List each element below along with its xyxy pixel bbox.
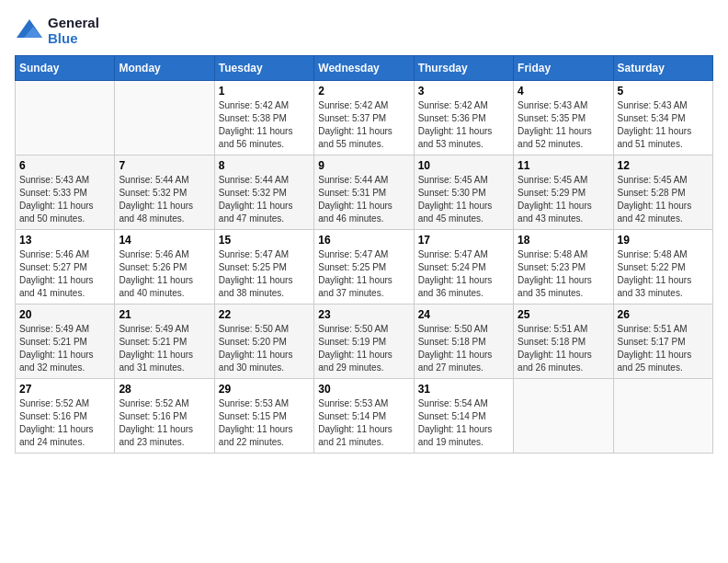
calendar-cell: 31 Sunrise: 5:54 AM Sunset: 5:14 PM Dayl…	[414, 379, 513, 454]
calendar-cell: 7 Sunrise: 5:44 AM Sunset: 5:32 PM Dayli…	[115, 155, 214, 230]
sunrise-text: Sunrise: 5:50 AM	[219, 323, 310, 336]
day-number: 21	[119, 308, 210, 321]
daylight-text: Daylight: 11 hours and 53 minutes.	[418, 125, 509, 151]
daylight-text: Daylight: 11 hours and 29 minutes.	[318, 349, 409, 374]
calendar-cell: 19 Sunrise: 5:48 AM Sunset: 5:22 PM Dayl…	[613, 230, 712, 304]
calendar-cell: 30 Sunrise: 5:53 AM Sunset: 5:14 PM Dayl…	[314, 379, 414, 454]
page-header: General Blue	[15, 15, 713, 46]
day-number: 3	[418, 85, 509, 98]
day-number: 11	[518, 159, 609, 172]
sunrise-text: Sunrise: 5:49 AM	[19, 323, 110, 336]
calendar-cell: 11 Sunrise: 5:45 AM Sunset: 5:29 PM Dayl…	[514, 155, 613, 230]
daylight-text: Daylight: 11 hours and 46 minutes.	[318, 200, 409, 225]
sunset-text: Sunset: 5:21 PM	[19, 336, 110, 349]
day-info: Sunrise: 5:49 AM Sunset: 5:21 PM Dayligh…	[119, 323, 210, 374]
calendar-cell: 10 Sunrise: 5:45 AM Sunset: 5:30 PM Dayl…	[414, 155, 513, 230]
daylight-text: Daylight: 11 hours and 42 minutes.	[618, 200, 709, 225]
sunset-text: Sunset: 5:27 PM	[19, 261, 110, 274]
weekday-header-row: SundayMondayTuesdayWednesdayThursdayFrid…	[16, 56, 713, 81]
day-info: Sunrise: 5:51 AM Sunset: 5:18 PM Dayligh…	[518, 323, 609, 374]
calendar-cell: 4 Sunrise: 5:43 AM Sunset: 5:35 PM Dayli…	[514, 81, 613, 155]
sunrise-text: Sunrise: 5:47 AM	[318, 248, 409, 261]
calendar-cell: 9 Sunrise: 5:44 AM Sunset: 5:31 PM Dayli…	[314, 155, 414, 230]
calendar-cell: 2 Sunrise: 5:42 AM Sunset: 5:37 PM Dayli…	[314, 81, 414, 155]
day-info: Sunrise: 5:50 AM Sunset: 5:18 PM Dayligh…	[418, 323, 509, 374]
day-info: Sunrise: 5:50 AM Sunset: 5:19 PM Dayligh…	[318, 323, 409, 374]
daylight-text: Daylight: 11 hours and 30 minutes.	[219, 349, 310, 374]
sunset-text: Sunset: 5:32 PM	[119, 187, 210, 200]
day-info: Sunrise: 5:44 AM Sunset: 5:32 PM Dayligh…	[119, 174, 210, 225]
sunset-text: Sunset: 5:14 PM	[418, 410, 509, 423]
daylight-text: Daylight: 11 hours and 35 minutes.	[518, 274, 609, 300]
sunrise-text: Sunrise: 5:46 AM	[119, 248, 210, 261]
sunset-text: Sunset: 5:15 PM	[219, 410, 310, 423]
calendar-cell: 13 Sunrise: 5:46 AM Sunset: 5:27 PM Dayl…	[16, 230, 115, 304]
sunset-text: Sunset: 5:37 PM	[318, 112, 409, 125]
daylight-text: Daylight: 11 hours and 41 minutes.	[19, 274, 110, 300]
calendar-cell: 16 Sunrise: 5:47 AM Sunset: 5:25 PM Dayl…	[314, 230, 414, 304]
day-info: Sunrise: 5:52 AM Sunset: 5:16 PM Dayligh…	[119, 397, 210, 449]
sunset-text: Sunset: 5:30 PM	[418, 187, 509, 200]
sunrise-text: Sunrise: 5:45 AM	[418, 174, 509, 187]
sunrise-text: Sunrise: 5:48 AM	[518, 248, 609, 261]
sunrise-text: Sunrise: 5:53 AM	[318, 397, 409, 410]
weekday-header-monday: Monday	[115, 56, 214, 81]
daylight-text: Daylight: 11 hours and 38 minutes.	[219, 274, 310, 300]
sunset-text: Sunset: 5:38 PM	[219, 112, 310, 125]
daylight-text: Daylight: 11 hours and 25 minutes.	[618, 349, 709, 374]
day-info: Sunrise: 5:47 AM Sunset: 5:25 PM Dayligh…	[318, 248, 409, 300]
day-info: Sunrise: 5:51 AM Sunset: 5:17 PM Dayligh…	[618, 323, 709, 374]
calendar-cell: 25 Sunrise: 5:51 AM Sunset: 5:18 PM Dayl…	[514, 304, 613, 379]
day-number: 4	[518, 85, 609, 98]
calendar-week-5: 27 Sunrise: 5:52 AM Sunset: 5:16 PM Dayl…	[16, 379, 713, 454]
daylight-text: Daylight: 11 hours and 50 minutes.	[19, 200, 110, 225]
day-number: 25	[518, 308, 609, 321]
day-number: 24	[418, 308, 509, 321]
sunset-text: Sunset: 5:28 PM	[618, 187, 709, 200]
day-number: 12	[618, 159, 709, 172]
day-info: Sunrise: 5:49 AM Sunset: 5:21 PM Dayligh…	[19, 323, 110, 374]
weekday-header-tuesday: Tuesday	[214, 56, 313, 81]
day-number: 17	[418, 234, 509, 247]
day-number: 22	[219, 308, 310, 321]
sunrise-text: Sunrise: 5:44 AM	[219, 174, 310, 187]
day-number: 5	[618, 85, 709, 98]
daylight-text: Daylight: 11 hours and 37 minutes.	[318, 274, 409, 300]
day-number: 13	[19, 234, 110, 247]
sunrise-text: Sunrise: 5:47 AM	[418, 248, 509, 261]
weekday-header-saturday: Saturday	[613, 56, 712, 81]
sunset-text: Sunset: 5:16 PM	[19, 410, 110, 423]
day-number: 28	[119, 383, 210, 396]
day-info: Sunrise: 5:48 AM Sunset: 5:23 PM Dayligh…	[518, 248, 609, 300]
sunset-text: Sunset: 5:16 PM	[119, 410, 210, 423]
daylight-text: Daylight: 11 hours and 19 minutes.	[418, 423, 509, 449]
daylight-text: Daylight: 11 hours and 51 minutes.	[618, 125, 709, 151]
sunset-text: Sunset: 5:36 PM	[418, 112, 509, 125]
sunrise-text: Sunrise: 5:53 AM	[219, 397, 310, 410]
calendar-week-1: 1 Sunrise: 5:42 AM Sunset: 5:38 PM Dayli…	[16, 81, 713, 155]
day-info: Sunrise: 5:43 AM Sunset: 5:34 PM Dayligh…	[618, 99, 709, 151]
daylight-text: Daylight: 11 hours and 43 minutes.	[518, 200, 609, 225]
sunrise-text: Sunrise: 5:52 AM	[119, 397, 210, 410]
day-number: 23	[318, 308, 409, 321]
calendar-week-4: 20 Sunrise: 5:49 AM Sunset: 5:21 PM Dayl…	[16, 304, 713, 379]
calendar-cell	[16, 81, 115, 155]
calendar-cell: 15 Sunrise: 5:47 AM Sunset: 5:25 PM Dayl…	[214, 230, 313, 304]
sunrise-text: Sunrise: 5:42 AM	[219, 99, 310, 112]
sunset-text: Sunset: 5:35 PM	[518, 112, 609, 125]
sunset-text: Sunset: 5:29 PM	[518, 187, 609, 200]
day-info: Sunrise: 5:48 AM Sunset: 5:22 PM Dayligh…	[618, 248, 709, 300]
sunrise-text: Sunrise: 5:48 AM	[618, 248, 709, 261]
calendar-cell: 20 Sunrise: 5:49 AM Sunset: 5:21 PM Dayl…	[16, 304, 115, 379]
sunset-text: Sunset: 5:26 PM	[119, 261, 210, 274]
daylight-text: Daylight: 11 hours and 24 minutes.	[19, 423, 110, 449]
daylight-text: Daylight: 11 hours and 33 minutes.	[618, 274, 709, 300]
daylight-text: Daylight: 11 hours and 27 minutes.	[418, 349, 509, 374]
daylight-text: Daylight: 11 hours and 22 minutes.	[219, 423, 310, 449]
sunrise-text: Sunrise: 5:43 AM	[518, 99, 609, 112]
calendar-cell: 22 Sunrise: 5:50 AM Sunset: 5:20 PM Dayl…	[214, 304, 313, 379]
calendar-cell: 26 Sunrise: 5:51 AM Sunset: 5:17 PM Dayl…	[613, 304, 712, 379]
calendar-cell: 8 Sunrise: 5:44 AM Sunset: 5:32 PM Dayli…	[214, 155, 313, 230]
sunrise-text: Sunrise: 5:47 AM	[219, 248, 310, 261]
calendar-cell	[613, 379, 712, 454]
